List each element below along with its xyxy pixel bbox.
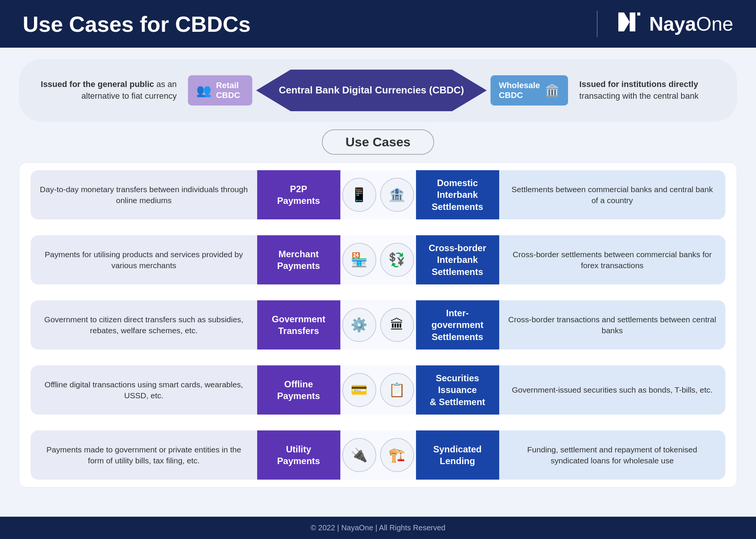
- left-icon-cell: ⚙️: [340, 300, 378, 349]
- left-description: Government to citizen direct transfers s…: [31, 300, 257, 349]
- right-use-case-icon: 📋: [380, 373, 414, 407]
- right-description: Cross-border settlements between commerc…: [499, 235, 726, 284]
- center-cbdc-title: Central Bank Digital Currencies (CBDC): [256, 70, 487, 111]
- left-icon-cell: 💳: [340, 365, 378, 415]
- left-use-case-label: P2PPayments: [257, 170, 340, 219]
- wholesale-description: Issued for institutions directly transac…: [568, 79, 722, 102]
- right-use-case-label: SyndicatedLending: [416, 430, 499, 480]
- right-description: Government-issued securities such as bon…: [499, 365, 726, 415]
- left-use-case-label: MerchantPayments: [257, 235, 340, 284]
- left-use-case-label: OfflinePayments: [257, 365, 340, 415]
- right-icon-cell: 🏛: [378, 300, 416, 349]
- retail-description: Issued for the general public as an alte…: [34, 79, 188, 102]
- right-icon-cell: 💱: [378, 235, 416, 284]
- retail-cbdc-badge: 👥 RetailCBDC: [188, 75, 252, 106]
- wholesale-cbdc-badge: WholesaleCBDC 🏛️: [491, 75, 568, 106]
- right-icon-cell: 🏦: [378, 170, 416, 219]
- retail-label: RetailCBDC: [216, 81, 240, 101]
- left-description: Day-to-day monetary transfers between in…: [31, 170, 257, 219]
- right-use-case-label: Cross-border InterbankSettlements: [416, 235, 499, 284]
- use-cases-title-row: Use Cases: [19, 129, 737, 155]
- logo-text: NayaOne: [649, 12, 733, 35]
- wholesale-label: WholesaleCBDC: [499, 81, 540, 101]
- right-use-case-icon: 🏛: [380, 308, 414, 342]
- right-use-case-icon: 💱: [380, 243, 414, 277]
- left-use-case-icon: 🔌: [342, 438, 376, 472]
- use-cases-title: Use Cases: [322, 129, 434, 155]
- right-use-case-icon: 🏗️: [380, 438, 414, 472]
- left-icon-cell: 📱: [340, 170, 378, 219]
- use-case-row: Payments made to government or private e…: [31, 430, 725, 480]
- use-cases-grid: Day-to-day monetary transfers between in…: [19, 162, 737, 488]
- use-case-row: Day-to-day monetary transfers between in…: [31, 170, 725, 219]
- right-description: Cross-border transactions and settlement…: [499, 300, 726, 349]
- svg-marker-0: [618, 12, 635, 31]
- svg-rect-1: [637, 12, 640, 16]
- left-use-case-label: UtilityPayments: [257, 430, 340, 480]
- retail-icon: 👥: [196, 83, 211, 98]
- use-case-row: Offline digital transactions using smart…: [31, 365, 725, 415]
- right-use-case-label: Inter-governmentSettlements: [416, 300, 499, 349]
- logo-icon: [616, 11, 643, 37]
- right-use-case-label: Securities Issuance& Settlement: [416, 365, 499, 415]
- left-use-case-icon: 💳: [342, 373, 376, 407]
- header: Use Cases for CBDCs NayaOne: [0, 0, 756, 48]
- left-icon-cell: 🏪: [340, 235, 378, 284]
- right-icon-cell: 📋: [378, 365, 416, 415]
- footer-text: © 2022 | NayaOne | All Rights Reserved: [7, 523, 749, 532]
- left-use-case-label: GovernmentTransfers: [257, 300, 340, 349]
- left-description: Offline digital transactions using smart…: [31, 365, 257, 415]
- right-icon-cell: 🏗️: [378, 430, 416, 480]
- left-description: Payments for utilising products and serv…: [31, 235, 257, 284]
- logo: NayaOne: [597, 11, 733, 37]
- use-cases-section: Use Cases Day-to-day monetary transfers …: [19, 129, 737, 509]
- left-description: Payments made to government or private e…: [31, 430, 257, 480]
- page-title: Use Cases for CBDCs: [23, 11, 251, 37]
- use-case-row: Payments for utilising products and serv…: [31, 235, 725, 284]
- left-use-case-icon: 📱: [342, 178, 376, 212]
- wholesale-icon: 🏛️: [545, 83, 560, 98]
- right-description: Settlements between commercial banks and…: [499, 170, 726, 219]
- page: Use Cases for CBDCs NayaOne Issued for t…: [0, 0, 756, 539]
- left-use-case-icon: 🏪: [342, 243, 376, 277]
- right-description: Funding, settlement and repayment of tok…: [499, 430, 726, 480]
- right-use-case-label: Domestic InterbankSettlements: [416, 170, 499, 219]
- cbdc-banner: Issued for the general public as an alte…: [19, 59, 737, 122]
- footer: © 2022 | NayaOne | All Rights Reserved: [0, 517, 756, 539]
- use-case-row: Government to citizen direct transfers s…: [31, 300, 725, 349]
- right-use-case-icon: 🏦: [380, 178, 414, 212]
- left-icon-cell: 🔌: [340, 430, 378, 480]
- left-use-case-icon: ⚙️: [342, 308, 376, 342]
